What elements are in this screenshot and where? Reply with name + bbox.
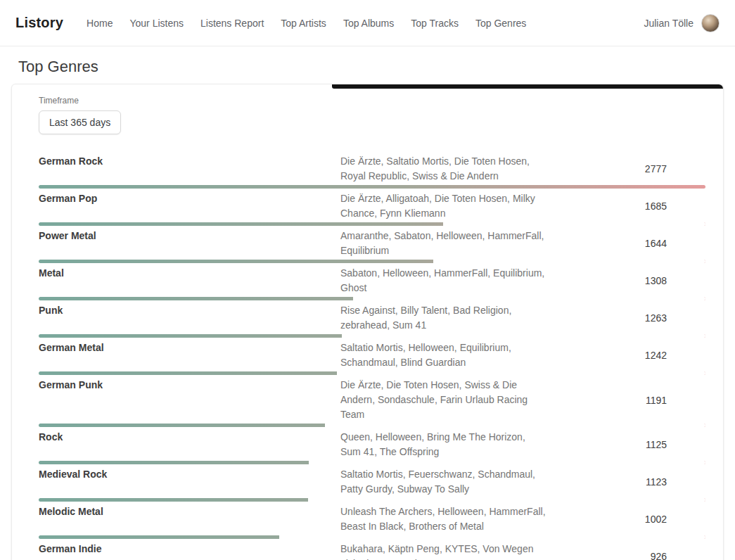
genre-bar	[39, 334, 705, 338]
genre-artists: Die Ärzte, Saltatio Mortis, Die Toten Ho…	[340, 154, 546, 184]
genre-row: Punk Rise Against, Billy Talent, Bad Rel…	[39, 302, 705, 339]
genre-row: German Rock Die Ärzte, Saltatio Mortis, …	[39, 153, 705, 190]
user-name: Julian Tölle	[644, 18, 694, 29]
genre-name: German Pop	[39, 191, 340, 204]
genre-bar	[39, 222, 705, 226]
genre-bar-cover	[337, 371, 705, 375]
card-scrollbar-thumb[interactable]	[332, 84, 723, 89]
genre-bar	[39, 461, 705, 464]
nav-link-listens-report[interactable]: Listens Report	[193, 12, 271, 34]
genre-artists: Die Ärzte, Alligatoah, Die Toten Hosen, …	[340, 191, 546, 221]
page-title: Top Genres	[18, 58, 735, 76]
genre-count: 1308	[546, 275, 705, 286]
genre-bar-cover	[308, 498, 705, 502]
genre-row: Power Metal Amaranthe, Sabaton, Hellowee…	[39, 227, 705, 265]
timeframe-select[interactable]: Last 365 days	[39, 110, 121, 134]
genre-count: 1263	[546, 312, 705, 324]
genre-name: German Rock	[39, 154, 340, 167]
genre-artists: Saltatio Mortis, Feuerschwanz, Schandmau…	[340, 467, 546, 497]
genre-bar-cover	[443, 222, 705, 226]
genre-row: German Indie Bukahara, Käptn Peng, KYTES…	[39, 540, 705, 560]
genre-count: 1125	[546, 439, 705, 450]
genre-row: German Pop Die Ärzte, Alligatoah, Die To…	[39, 190, 705, 227]
genre-artists: Queen, Helloween, Bring Me The Horizon, …	[340, 430, 546, 459]
genre-name: Power Metal	[39, 229, 340, 241]
genre-name: Melodic Metal	[39, 504, 340, 517]
genre-count: 2777	[546, 163, 705, 174]
genre-count: 926	[546, 551, 705, 560]
genre-row: German Metal Saltatio Mortis, Helloween,…	[39, 339, 705, 376]
user-menu[interactable]: Julian Tölle	[644, 14, 720, 32]
nav-link-top-tracks[interactable]: Top Tracks	[403, 12, 466, 34]
genre-count: 1685	[546, 201, 705, 212]
nav-links: HomeYour ListensListens ReportTop Artist…	[79, 12, 644, 34]
genre-artists: Sabaton, Helloween, HammerFall, Equilibr…	[340, 266, 546, 295]
genre-row: German Punk Die Ärzte, Die Toten Hosen, …	[39, 376, 705, 428]
genre-name: Rock	[39, 430, 340, 443]
genre-list: German Rock Die Ärzte, Saltatio Mortis, …	[39, 153, 705, 560]
genre-artists: Die Ärzte, Die Toten Hosen, Swiss & Die …	[340, 378, 546, 422]
nav-link-top-artists[interactable]: Top Artists	[273, 12, 334, 34]
nav-link-top-albums[interactable]: Top Albums	[335, 12, 402, 34]
genre-bar	[39, 185, 705, 189]
genre-bar-cover	[325, 424, 705, 427]
genre-bar-cover	[433, 260, 705, 263]
genre-name: Medieval Rock	[39, 467, 340, 480]
genre-row: Medieval Rock Saltatio Mortis, Feuerschw…	[39, 466, 705, 503]
genre-bar-cover	[342, 334, 705, 338]
genre-name: German Punk	[39, 378, 340, 390]
genre-name: Metal	[39, 266, 340, 279]
nav-link-top-genres[interactable]: Top Genres	[468, 12, 534, 34]
navbar: Listory HomeYour ListensListens ReportTo…	[0, 0, 735, 46]
genre-bar	[39, 498, 705, 502]
genre-name: German Indie	[39, 542, 340, 554]
user-avatar[interactable]	[701, 14, 720, 32]
genre-count: 1644	[546, 238, 705, 249]
genre-count: 1191	[546, 395, 705, 406]
genres-card: Timeframe Last 365 days German Rock Die …	[11, 84, 724, 560]
genre-artists: Saltatio Mortis, Helloween, Equilibrium,…	[340, 341, 546, 370]
genre-bar	[39, 424, 705, 427]
genre-row: Melodic Metal Unleash The Archers, Hello…	[39, 503, 705, 540]
genre-bar	[39, 535, 705, 539]
genre-row: Rock Queen, Helloween, Bring Me The Hori…	[39, 428, 705, 466]
genre-artists: Rise Against, Billy Talent, Bad Religion…	[340, 303, 546, 333]
nav-link-your-listens[interactable]: Your Listens	[122, 12, 191, 34]
genre-bar-cover	[353, 297, 705, 300]
nav-link-home[interactable]: Home	[79, 12, 120, 34]
app-logo[interactable]: Listory	[15, 15, 63, 31]
genre-row: Metal Sabaton, Helloween, HammerFall, Eq…	[39, 265, 705, 302]
genre-count: 1123	[546, 476, 705, 488]
genre-artists: Amaranthe, Sabaton, Helloween, HammerFal…	[340, 229, 546, 258]
genre-name: German Metal	[39, 341, 340, 353]
genre-bar	[39, 371, 705, 375]
timeframe-label: Timeframe	[39, 96, 705, 106]
genre-name: Punk	[39, 303, 340, 316]
genre-artists: Bukahara, Käptn Peng, KYTES, Von Wegen L…	[340, 542, 546, 560]
genre-bar-cover	[309, 461, 705, 464]
genre-count: 1002	[546, 514, 705, 525]
genre-artists: Unleash The Archers, Helloween, HammerFa…	[340, 504, 546, 534]
genre-count: 1242	[546, 350, 705, 361]
genre-bar-cover	[279, 535, 705, 539]
genre-bar	[39, 297, 705, 300]
genre-bar	[39, 260, 705, 263]
